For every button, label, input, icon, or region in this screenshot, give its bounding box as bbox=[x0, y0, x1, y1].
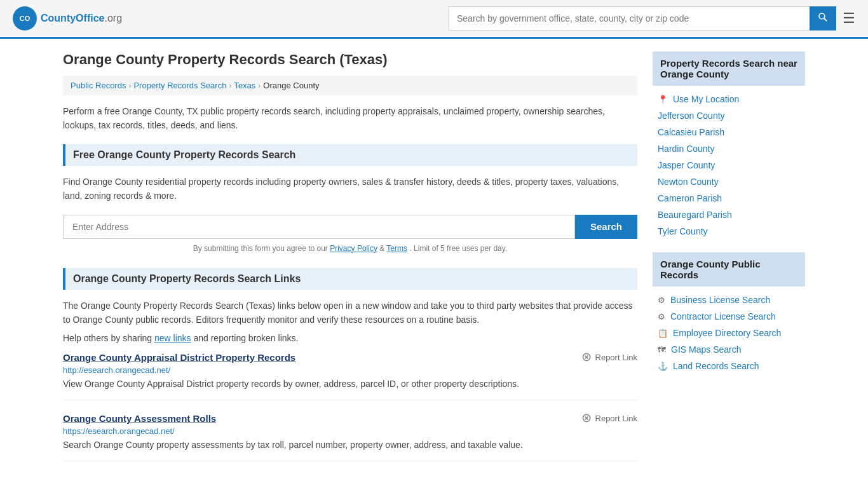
record-item-1-header: Orange County Assessment Rolls Report Li… bbox=[63, 413, 637, 424]
record-desc-0: View Orange County Appraisal District pr… bbox=[63, 377, 637, 391]
breadcrumb-texas[interactable]: Texas bbox=[234, 81, 255, 90]
header-search-container: ☰ bbox=[449, 6, 855, 30]
free-search-section: Free Orange County Property Records Sear… bbox=[63, 144, 637, 253]
sidebar-public-records-title: Orange County Public Records bbox=[653, 252, 805, 287]
sidebar-nearby-jasper[interactable]: Jasper County bbox=[653, 157, 805, 173]
links-section: Orange County Property Records Search Li… bbox=[63, 268, 637, 462]
breadcrumb-sep-2: › bbox=[229, 81, 231, 90]
record-title-1[interactable]: Orange County Assessment Rolls bbox=[63, 413, 216, 424]
sidebar-nearby-title: Property Records Search near Orange Coun… bbox=[653, 51, 805, 86]
briefcase-icon: 📋 bbox=[658, 329, 668, 338]
sidebar-nearby-beauregard[interactable]: Beauregard Parish bbox=[653, 207, 805, 223]
record-url-1: https://esearch.orangecad.net/ bbox=[63, 426, 637, 436]
page-title: Orange County Property Records Search (T… bbox=[63, 51, 637, 68]
record-url-0: http://esearch.orangecad.net/ bbox=[63, 365, 637, 375]
links-description: The Orange County Property Records Searc… bbox=[63, 299, 637, 327]
header-search-button[interactable] bbox=[810, 6, 836, 30]
sidebar-nearby-jefferson[interactable]: Jefferson County bbox=[653, 107, 805, 124]
sidebar-gis-maps[interactable]: 🗺 GIS Maps Search bbox=[653, 341, 805, 358]
share-line: Help others by sharing new links and rep… bbox=[63, 333, 637, 343]
site-logo[interactable]: CO CountyOffice.org bbox=[13, 6, 122, 30]
breadcrumb-public-records[interactable]: Public Records bbox=[71, 81, 126, 90]
free-search-description: Find Orange County residential property … bbox=[63, 175, 637, 203]
sidebar-employee-directory[interactable]: 📋 Employee Directory Search bbox=[653, 325, 805, 341]
search-button[interactable]: Search bbox=[575, 215, 637, 239]
logo-text: CountyOffice.org bbox=[41, 13, 122, 24]
sidebar-nearby-calcasieu[interactable]: Calcasieu Parish bbox=[653, 124, 805, 140]
record-desc-1: Search Orange County property assessment… bbox=[63, 438, 637, 452]
privacy-policy-link[interactable]: Privacy Policy bbox=[330, 244, 377, 253]
address-search-row: Search bbox=[63, 215, 637, 239]
sidebar-nearby-tyler[interactable]: Tyler County bbox=[653, 223, 805, 240]
svg-text:CO: CO bbox=[20, 15, 31, 22]
sidebar-land-records[interactable]: ⚓ Land Records Search bbox=[653, 358, 805, 374]
page-description: Perform a free Orange County, TX public … bbox=[63, 104, 637, 133]
breadcrumb-sep-1: › bbox=[128, 81, 131, 90]
form-notice: By submitting this form you agree to our… bbox=[63, 244, 637, 253]
sidebar-contractor-license[interactable]: Contractor License Search bbox=[653, 308, 805, 325]
sidebar-nearby-cameron[interactable]: Cameron Parish bbox=[653, 190, 805, 207]
sidebar: Property Records Search near Orange Coun… bbox=[653, 51, 805, 474]
address-input[interactable] bbox=[63, 215, 575, 239]
sidebar-nearby-section: Property Records Search near Orange Coun… bbox=[653, 51, 805, 240]
sidebar-public-records-section: Orange County Public Records Business Li… bbox=[653, 252, 805, 374]
breadcrumb: Public Records › Property Records Search… bbox=[63, 76, 637, 95]
content-area: Orange County Property Records Search (T… bbox=[63, 51, 637, 474]
main-container: Orange County Property Records Search (T… bbox=[53, 39, 815, 487]
breadcrumb-property-search[interactable]: Property Records Search bbox=[133, 81, 226, 90]
report-link-button-1[interactable]: Report Link bbox=[581, 413, 637, 423]
breadcrumb-sep-3: › bbox=[258, 81, 261, 90]
sidebar-nearby-hardin[interactable]: Hardin County bbox=[653, 140, 805, 157]
menu-button[interactable]: ☰ bbox=[843, 10, 855, 27]
gear-icon-1 bbox=[658, 312, 665, 322]
record-title-0[interactable]: Orange County Appraisal District Propert… bbox=[63, 352, 295, 363]
free-search-header: Free Orange County Property Records Sear… bbox=[63, 144, 637, 166]
record-item-0: Orange County Appraisal District Propert… bbox=[63, 352, 637, 400]
site-header: CO CountyOffice.org ☰ bbox=[0, 0, 868, 39]
sidebar-business-license[interactable]: Business License Search bbox=[653, 292, 805, 308]
location-icon: 📍 bbox=[658, 95, 668, 104]
report-link-button-0[interactable]: Report Link bbox=[581, 352, 637, 362]
anchor-icon: ⚓ bbox=[658, 362, 668, 371]
record-item-0-header: Orange County Appraisal District Propert… bbox=[63, 352, 637, 363]
sidebar-nearby-newton[interactable]: Newton County bbox=[653, 173, 805, 190]
gear-icon-0 bbox=[658, 295, 665, 305]
record-item-1: Orange County Assessment Rolls Report Li… bbox=[63, 413, 637, 461]
links-section-header: Orange County Property Records Search Li… bbox=[63, 268, 637, 290]
map-icon: 🗺 bbox=[658, 345, 666, 355]
logo-icon: CO bbox=[13, 6, 37, 30]
use-my-location-link[interactable]: Use My Location bbox=[673, 94, 739, 104]
header-search-input[interactable] bbox=[449, 6, 810, 30]
terms-link[interactable]: Terms bbox=[386, 244, 407, 253]
sidebar-use-my-location[interactable]: 📍 Use My Location bbox=[653, 91, 805, 107]
breadcrumb-current: Orange County bbox=[263, 81, 319, 90]
new-links-link[interactable]: new links bbox=[154, 333, 191, 343]
svg-line-3 bbox=[824, 18, 827, 21]
